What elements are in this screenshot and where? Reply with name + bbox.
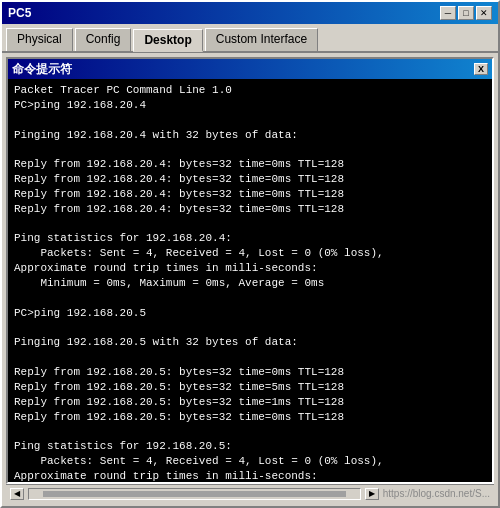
cmd-close-button[interactable]: X — [474, 63, 488, 75]
tab-physical[interactable]: Physical — [6, 28, 73, 51]
scroll-left-button[interactable]: ◀ — [10, 488, 24, 500]
tab-config[interactable]: Config — [75, 28, 132, 51]
window-controls: ─ □ ✕ — [440, 6, 492, 20]
horizontal-scrollbar[interactable] — [28, 488, 361, 500]
cmd-title: 命令提示符 — [12, 61, 72, 78]
terminal-output[interactable]: Packet Tracer PC Command Line 1.0 PC>pin… — [8, 79, 492, 482]
cmd-title-bar: 命令提示符 X — [8, 59, 492, 79]
content-area: 命令提示符 X Packet Tracer PC Command Line 1.… — [2, 53, 498, 506]
main-window: PC5 ─ □ ✕ Physical Config Desktop Custom… — [0, 0, 500, 508]
window-title: PC5 — [8, 6, 31, 20]
maximize-button[interactable]: □ — [458, 6, 474, 20]
tab-custom-interface[interactable]: Custom Interface — [205, 28, 318, 51]
scroll-track — [43, 491, 346, 497]
cmd-window: 命令提示符 X Packet Tracer PC Command Line 1.… — [6, 57, 494, 484]
title-bar: PC5 ─ □ ✕ — [2, 2, 498, 24]
minimize-button[interactable]: ─ — [440, 6, 456, 20]
tab-bar: Physical Config Desktop Custom Interface — [2, 24, 498, 53]
watermark: https://blog.csdn.net/S... — [383, 488, 490, 499]
tab-desktop[interactable]: Desktop — [133, 29, 202, 52]
scroll-right-button[interactable]: ▶ — [365, 488, 379, 500]
bottom-bar: ◀ ▶ https://blog.csdn.net/S... — [6, 484, 494, 502]
close-button[interactable]: ✕ — [476, 6, 492, 20]
